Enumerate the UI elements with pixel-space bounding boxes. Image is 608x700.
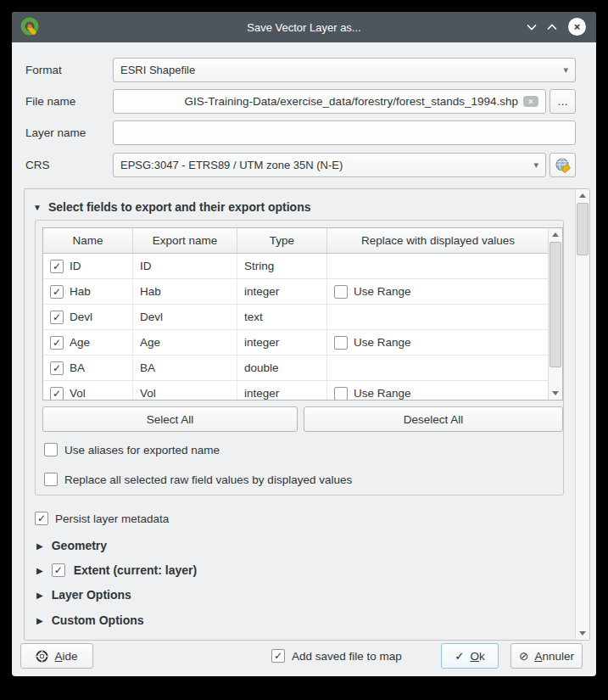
field-replace-cell: Use Range bbox=[327, 279, 549, 304]
scroll-up-icon[interactable] bbox=[576, 189, 589, 202]
section-label: Geometry bbox=[52, 539, 107, 552]
table-row[interactable]: BA BA double bbox=[43, 356, 562, 381]
field-replace-cell: Use Range bbox=[327, 330, 549, 355]
table-row[interactable]: Vol Vol integer Use Range bbox=[43, 381, 562, 400]
section-extent[interactable]: ▶ Extent (current: layer) bbox=[36, 563, 197, 577]
field-replace-cell bbox=[327, 305, 549, 329]
browse-button[interactable]: … bbox=[549, 89, 576, 114]
section-layer-options[interactable]: ▶ Layer Options bbox=[36, 588, 131, 602]
persist-metadata-row: Persist layer metadata bbox=[35, 512, 169, 525]
field-checkbox[interactable] bbox=[50, 336, 64, 350]
col-header-replace[interactable]: Replace with displayed values bbox=[327, 228, 549, 253]
field-checkbox[interactable] bbox=[50, 387, 64, 400]
field-export-name[interactable]: BA bbox=[133, 356, 237, 380]
table-row[interactable]: ID ID String bbox=[43, 254, 562, 279]
field-export-name[interactable]: Age bbox=[133, 330, 237, 355]
field-checkbox[interactable] bbox=[50, 361, 64, 375]
help-button[interactable]: Aide bbox=[20, 643, 93, 669]
use-range-checkbox[interactable] bbox=[334, 387, 348, 400]
close-icon[interactable]: × bbox=[568, 18, 586, 36]
save-vector-layer-dialog: Save Vector Layer as... × Format ESRI Sh… bbox=[12, 12, 596, 676]
cancel-button[interactable]: ⊘ Annuler bbox=[510, 643, 583, 669]
table-scrollbar[interactable] bbox=[548, 228, 562, 400]
field-export-name[interactable]: ID bbox=[133, 254, 237, 278]
col-header-name[interactable]: Name bbox=[43, 228, 133, 253]
cancel-button-label: Annuler bbox=[534, 650, 574, 663]
titlebar: Save Vector Layer as... × bbox=[12, 12, 596, 42]
section-label: Custom Options bbox=[52, 613, 144, 627]
use-aliases-label: Use aliases for exported name bbox=[64, 444, 220, 456]
crs-label: CRS bbox=[25, 159, 50, 174]
field-name: Devl bbox=[70, 311, 92, 323]
layer-name-label: Layer name bbox=[25, 126, 86, 142]
file-name-label: File name bbox=[25, 95, 75, 110]
use-range-label: Use Range bbox=[354, 285, 411, 298]
table-row[interactable]: Devl Devl text bbox=[43, 305, 562, 330]
scroll-down-icon[interactable] bbox=[576, 627, 589, 640]
fields-group-frame: Name Export name Type Replace with displ… bbox=[35, 220, 564, 496]
triangle-collapsed-icon: ▶ bbox=[36, 616, 43, 625]
field-replace-cell bbox=[327, 254, 549, 278]
field-export-name[interactable]: Hab bbox=[133, 279, 237, 304]
use-range-checkbox[interactable] bbox=[334, 285, 348, 299]
add-to-map-checkbox[interactable] bbox=[271, 649, 285, 663]
field-type: integer bbox=[237, 279, 327, 304]
minimize-chevron-down-icon[interactable] bbox=[523, 19, 540, 36]
section-label: Extent (current: layer) bbox=[74, 563, 197, 577]
field-name: ID bbox=[70, 260, 81, 272]
cancel-icon: ⊘ bbox=[519, 649, 528, 663]
field-type: integer bbox=[237, 381, 327, 400]
section-custom-options[interactable]: ▶ Custom Options bbox=[36, 613, 144, 627]
field-export-name[interactable]: Vol bbox=[133, 381, 237, 400]
replace-all-label: Replace all selected raw field values by… bbox=[64, 473, 352, 486]
use-aliases-checkbox[interactable] bbox=[44, 443, 58, 456]
use-range-label: Use Range bbox=[354, 387, 411, 400]
section-geometry[interactable]: ▶ Geometry bbox=[36, 539, 107, 552]
layer-name-input[interactable] bbox=[113, 120, 576, 145]
persist-metadata-checkbox[interactable] bbox=[35, 512, 48, 525]
help-lifebuoy-icon bbox=[36, 650, 48, 663]
fields-section-title: Select fields to export and their export… bbox=[48, 200, 311, 214]
window-title: Save Vector Layer as... bbox=[12, 21, 596, 34]
col-header-type[interactable]: Type bbox=[237, 228, 327, 253]
field-checkbox[interactable] bbox=[50, 260, 64, 273]
options-scrollbar[interactable] bbox=[575, 189, 589, 640]
format-select[interactable]: ESRI Shapefile ▾ bbox=[113, 58, 576, 82]
file-name-value: GIS-Training-Data/exercise_data/forestry… bbox=[185, 95, 518, 108]
chevron-down-icon: ▾ bbox=[563, 64, 568, 76]
use-range-checkbox[interactable] bbox=[334, 336, 348, 350]
persist-metadata-label: Persist layer metadata bbox=[55, 512, 169, 525]
table-row[interactable]: Hab Hab integer Use Range bbox=[43, 279, 562, 305]
scroll-down-icon[interactable] bbox=[549, 387, 562, 400]
section-label: Layer Options bbox=[52, 588, 131, 602]
field-name: Vol bbox=[70, 387, 86, 400]
add-to-map-row: Add saved file to map bbox=[271, 649, 402, 663]
replace-all-checkbox[interactable] bbox=[44, 473, 58, 486]
clear-icon[interactable]: ✕ bbox=[523, 96, 538, 107]
field-name: Hab bbox=[70, 285, 91, 298]
qgis-logo-icon bbox=[20, 17, 41, 37]
maximize-chevron-up-icon[interactable] bbox=[544, 19, 561, 36]
scroll-up-icon[interactable] bbox=[549, 228, 562, 241]
fields-table: Name Export name Type Replace with displ… bbox=[42, 227, 563, 400]
col-header-export-name[interactable]: Export name bbox=[133, 228, 237, 253]
field-checkbox[interactable] bbox=[50, 311, 64, 324]
ok-button[interactable]: ✓ Ok bbox=[441, 643, 499, 669]
field-name: BA bbox=[70, 361, 85, 374]
scrollbar-thumb[interactable] bbox=[577, 203, 588, 255]
ok-button-label: Ok bbox=[471, 650, 485, 663]
table-row[interactable]: Age Age integer Use Range bbox=[43, 330, 562, 356]
crs-picker-button[interactable] bbox=[549, 153, 576, 177]
scrollbar-thumb[interactable] bbox=[549, 242, 561, 367]
field-checkbox[interactable] bbox=[50, 285, 64, 299]
deselect-all-button[interactable]: Deselect All bbox=[304, 406, 563, 432]
crs-select[interactable]: EPSG:3047 - ETRS89 / UTM zone 35N (N-E) … bbox=[113, 153, 546, 177]
triangle-collapsed-icon: ▶ bbox=[36, 566, 43, 575]
field-type: double bbox=[237, 356, 327, 380]
field-type: text bbox=[237, 305, 327, 329]
fields-section-header[interactable]: ▼ Select fields to export and their expo… bbox=[33, 200, 311, 214]
file-name-input[interactable]: GIS-Training-Data/exercise_data/forestry… bbox=[113, 89, 546, 114]
select-all-button[interactable]: Select All bbox=[42, 406, 298, 432]
extent-checkbox[interactable] bbox=[52, 563, 65, 577]
field-export-name[interactable]: Devl bbox=[133, 305, 237, 329]
